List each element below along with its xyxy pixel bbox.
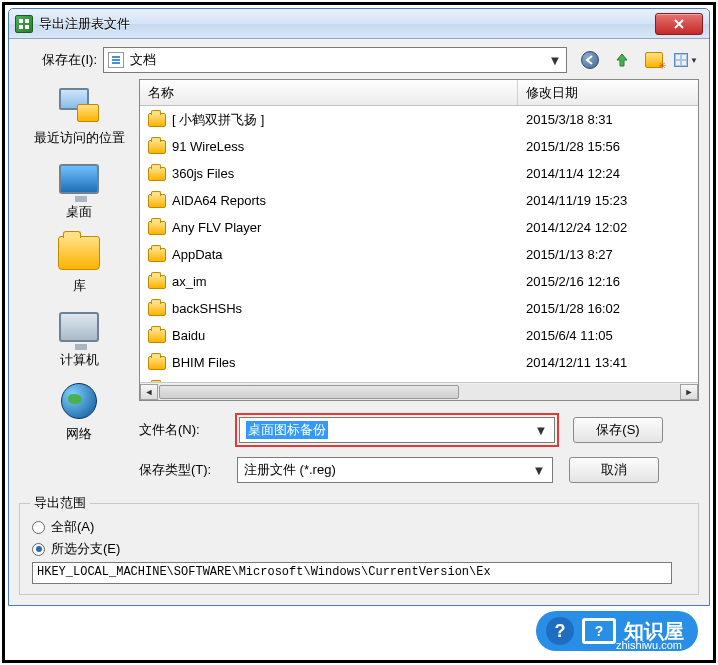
watermark-domain: zhishiwu.com [616,639,682,651]
scroll-thumb[interactable] [159,385,459,399]
desktop-icon [56,159,102,199]
filetype-value: 注册文件 (*.reg) [244,461,336,479]
save-in-combo[interactable]: 文档 ▼ [103,47,567,73]
export-range-group: 导出范围 全部(A) 所选分支(E) HKEY_LOCAL_MACHINE\SO… [19,503,699,595]
up-arrow-icon [613,51,631,69]
horizontal-scrollbar[interactable]: ◄ ► [140,382,698,400]
folder-icon [148,275,166,289]
folder-icon [148,221,166,235]
watermark: ? ? 知识屋 zhishiwu.com [536,611,698,651]
folder-icon [148,113,166,127]
computer-icon [56,307,102,347]
back-icon [581,51,599,69]
folder-icon [148,248,166,262]
folder-icon [148,167,166,181]
folder-icon [148,329,166,343]
export-range-legend: 导出范围 [30,494,90,512]
filename-highlight: 桌面图标备份 ▼ [235,413,559,447]
folder-icon [148,302,166,316]
filetype-combo[interactable]: 注册文件 (*.reg) ▼ [237,457,553,483]
screen-icon: ? [582,618,616,644]
filename-input[interactable]: 桌面图标备份 ▼ [239,417,555,443]
radio-branch-label: 所选分支(E) [51,540,120,558]
chevron-down-icon: ▼ [534,423,548,437]
scroll-track[interactable] [158,384,680,400]
radio-all-row[interactable]: 全部(A) [32,518,686,536]
radio-all[interactable] [32,521,45,534]
branch-path-input[interactable]: HKEY_LOCAL_MACHINE\SOFTWARE\Microsoft\Wi… [32,562,672,584]
question-icon: ? [546,617,574,645]
radio-branch[interactable] [32,543,45,556]
recent-icon [56,85,102,125]
folder-icon [148,194,166,208]
radio-all-label: 全部(A) [51,518,94,536]
chevron-down-icon: ▼ [532,463,546,477]
folder-icon [148,140,166,154]
libraries-icon [56,233,102,273]
save-in-value: 文档 [130,51,156,69]
document-icon [108,52,124,68]
radio-branch-row[interactable]: 所选分支(E) [32,540,686,558]
new-folder-icon [645,52,663,68]
chevron-down-icon: ▼ [548,53,562,67]
folder-icon [148,356,166,370]
filename-value: 桌面图标备份 [246,421,328,439]
